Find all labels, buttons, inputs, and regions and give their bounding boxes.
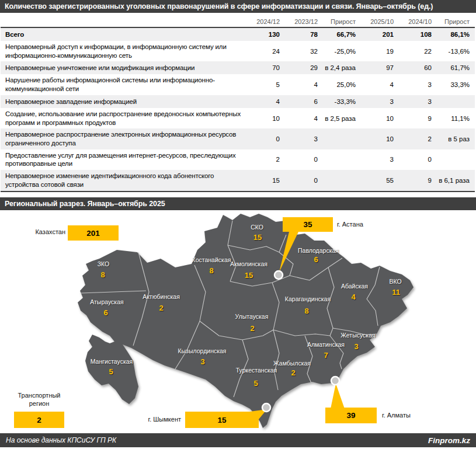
- map-region-value: 2: [159, 304, 163, 312]
- cell-value: 19: [360, 48, 398, 55]
- cell-value: 0: [284, 156, 322, 163]
- cell-value: 0: [284, 177, 322, 184]
- map-region-label: ВКО: [389, 278, 401, 285]
- map-region-label: Алматинская: [307, 341, 345, 348]
- cell-value: 4: [246, 98, 284, 105]
- cell-value: -25,0%: [322, 48, 360, 55]
- footer-bar: На основе данных КПСиСУ ГП РК Finprom.kz: [0, 433, 476, 447]
- cell-value: 0: [398, 156, 436, 163]
- cell-value: 4: [360, 81, 398, 88]
- map-region-value: 6: [314, 255, 318, 264]
- map-region-label: Атырауская: [90, 298, 123, 305]
- region-section-title: Региональный разрез. Январь–октябрь 2025: [0, 197, 476, 210]
- cell-value: в 2,5 раза: [322, 115, 360, 122]
- cell-value: 11,1%: [436, 115, 474, 122]
- cell-value: 9: [398, 115, 436, 122]
- map-region-label: Жетысуская: [341, 332, 375, 339]
- map-region-label: Акмолинская: [230, 260, 267, 267]
- cell-value: 0: [246, 135, 284, 142]
- map-region-value: 3: [200, 357, 204, 366]
- page-title: Количество зарегистрированных уголовных …: [0, 0, 476, 13]
- map-region-value: 5: [253, 379, 258, 388]
- map-area: Казахстан 201 35 г. Астана 39 г. Алматы …: [0, 210, 476, 433]
- map-region-label: СКО: [251, 224, 263, 231]
- cell-value: 4: [284, 81, 322, 88]
- cell-value: 130: [246, 31, 284, 38]
- cell-value: 3: [284, 135, 322, 142]
- cell-value: 10: [246, 115, 284, 122]
- crime-table: 2024/122023/12Прирост2025/102024/10Приро…: [1, 16, 475, 192]
- cell-value: 25,0%: [322, 81, 360, 88]
- cell-value: 78: [284, 31, 322, 38]
- row-label: Нарушение работы информационной системы …: [1, 74, 246, 95]
- cell-value: 201: [360, 31, 398, 38]
- map-region-value: 4: [351, 293, 355, 301]
- cell-value: 97: [360, 64, 398, 71]
- cell-value: -33,3%: [322, 98, 360, 105]
- cell-value: 24: [246, 48, 284, 55]
- map-region-value: 6: [103, 308, 107, 317]
- cell-value: 10: [360, 135, 398, 142]
- cell-value: 2: [398, 135, 436, 142]
- cell-value: 3: [398, 81, 436, 88]
- map-region-label: Мангистауская: [91, 358, 133, 365]
- row-label: Неправомерное распространение электронны…: [1, 128, 246, 149]
- map-region-label: Жамбылская: [273, 360, 311, 367]
- row-label: Предоставление услуг для размещения инте…: [1, 149, 246, 170]
- table-row: Предоставление услуг для размещения инте…: [1, 149, 475, 170]
- map-region-label: Павлодарская: [298, 247, 339, 254]
- cell-value: 15: [246, 177, 284, 184]
- cell-value: 2: [246, 156, 284, 163]
- map-region-value: 8: [304, 307, 308, 315]
- map-region-value: 3: [354, 342, 358, 351]
- map-region-label: ЗКО: [98, 260, 110, 267]
- map-region-value: 15: [253, 233, 262, 242]
- table-row: Неправомерное изменение идентификационно…: [1, 170, 475, 190]
- cell-value: 29: [284, 64, 322, 71]
- column-header: Прирост: [322, 18, 360, 25]
- cell-value: -13,6%: [436, 48, 474, 55]
- table-row: Всего1307866,7%20110886,1%: [1, 28, 475, 41]
- map-region-label: Улытауская: [235, 313, 269, 320]
- cell-value: 61,7%: [436, 64, 474, 71]
- map-region-value: 15: [245, 271, 253, 280]
- cell-value: 9: [398, 177, 436, 184]
- cell-value: 108: [398, 31, 436, 38]
- map-region-label: Туркестанская: [236, 367, 277, 374]
- column-header: 2024/10: [398, 18, 436, 25]
- region-labels-layer: СКО15Акмолинская15Костанайская8Павлодарс…: [0, 210, 476, 433]
- row-label: Неправомерное завладение информацией: [1, 96, 246, 108]
- cell-value: 3: [398, 98, 436, 105]
- map-region-label: Карагандинская: [285, 295, 331, 302]
- column-header: Прирост: [436, 18, 474, 25]
- map-region-value: 5: [109, 367, 113, 376]
- row-label: Создание, использование или распростране…: [1, 108, 246, 128]
- column-header: 2025/10: [360, 18, 398, 25]
- cell-value: 86,1%: [436, 31, 474, 38]
- cell-value: в 5 раз: [436, 135, 474, 142]
- cell-value: 3: [360, 156, 398, 163]
- map-region-value: 7: [324, 351, 328, 360]
- map-region-label: Абайская: [341, 283, 368, 290]
- map-region-label: Актюбинская: [143, 293, 180, 300]
- column-header: 2023/12: [284, 18, 322, 25]
- table-row: Нарушение работы информационной системы …: [1, 74, 475, 95]
- cell-value: 5: [246, 81, 284, 88]
- map-region-value: 11: [392, 288, 400, 297]
- brand-logo: Finprom.kz: [428, 436, 470, 445]
- table-row: Неправомерное завладение информацией46-3…: [1, 95, 475, 108]
- cell-value: 60: [398, 64, 436, 71]
- cell-value: 22: [398, 48, 436, 55]
- row-label: Всего: [1, 29, 246, 41]
- cell-value: 4: [284, 115, 322, 122]
- data-source-note: На основе данных КПСиСУ ГП РК: [6, 436, 116, 444]
- cell-value: 55: [360, 177, 398, 184]
- infographic-page: Количество зарегистрированных уголовных …: [0, 0, 476, 449]
- row-label: Неправомерный доступ к информации, в инф…: [1, 41, 246, 61]
- map-region-label: Костанайская: [192, 256, 231, 263]
- table-row: Неправомерное распространение электронны…: [1, 128, 475, 149]
- map-region-value: 2: [250, 324, 254, 333]
- table-row: Создание, использование или распростране…: [1, 108, 475, 128]
- cell-value: в 2,4 раза: [322, 64, 360, 71]
- table-body: Всего1307866,7%20110886,1%Неправомерный …: [1, 27, 475, 192]
